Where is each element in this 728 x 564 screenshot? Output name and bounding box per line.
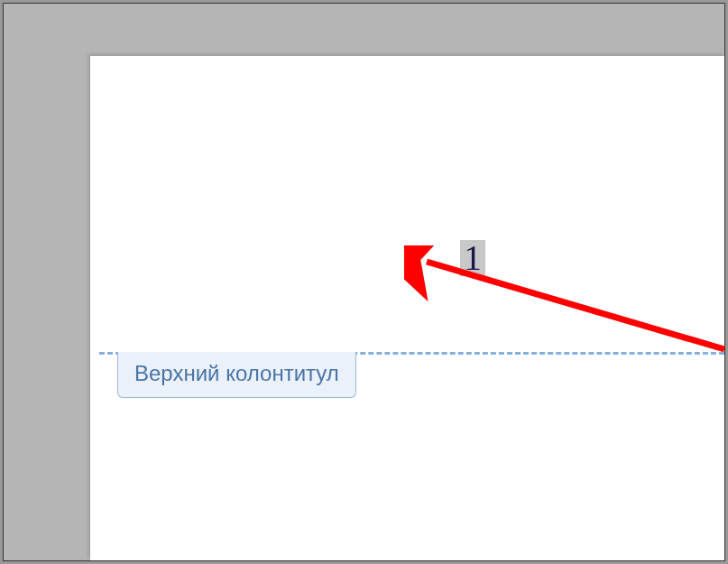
app-frame: 1 Верхний колонтитул [3,3,725,561]
document-background: 1 Верхний колонтитул [4,4,724,560]
header-area[interactable]: 1 [90,56,724,352]
page-number-field[interactable]: 1 [460,240,485,276]
header-tab-label[interactable]: Верхний колонтитул [117,352,356,398]
document-page[interactable]: 1 Верхний колонтитул [90,56,724,560]
